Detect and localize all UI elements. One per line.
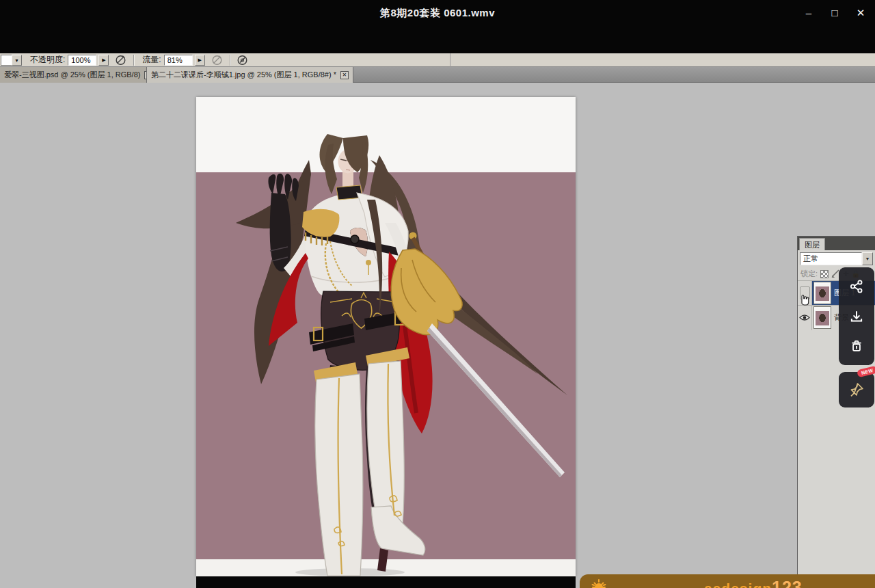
watermark-text: aadesign123 [704,578,803,588]
divider [450,53,450,67]
close-button[interactable]: ✕ [852,4,870,22]
window-controls: – □ ✕ [800,4,870,22]
watermark-suffix: 123 [772,578,803,588]
video-frame: 第8期20套装 0601.wmv – □ ✕ ▼ 不透明度: 100% ▶ 流量… [0,0,875,588]
divider [133,55,134,66]
pin-icon [848,382,865,398]
divider [230,55,230,66]
eye-icon [799,314,810,321]
minimize-button[interactable]: – [800,4,818,22]
panel-tabstrip: 图层 [798,237,875,250]
flow-spinner-icon[interactable]: ▶ [195,55,205,66]
trash-icon[interactable] [846,336,867,356]
airbrush-toggle-icon[interactable] [211,54,223,66]
close-icon[interactable]: ✕ [340,71,349,79]
tab-document-2[interactable]: 第二十二课课后-李顺铖1.jpg @ 25% (图层 1, RGB/8#) * … [147,67,353,83]
pin-button[interactable]: NEW [839,372,874,407]
tab-label: 第二十二课课后-李顺铖1.jpg @ 25% (图层 1, RGB/8#) * [151,70,336,80]
document-tabbar: 爱翠-三视图.psd @ 25% (图层 1, RGB/8) ✕ 第二十二课课后… [0,67,875,83]
lock-label: 锁定: [800,269,818,279]
chevron-down-icon[interactable]: ▼ [12,55,22,66]
flow-input[interactable]: 81% [164,55,193,66]
hand-cursor-icon [798,291,811,309]
player-side-menu [839,267,874,365]
opacity-spinner-icon[interactable]: ▶ [98,55,109,66]
flow-label: 流量: [142,54,161,66]
opacity-label: 不透明度: [30,54,65,66]
tab-label: 爱翠-三视图.psd @ 25% (图层 1, RGB/8) [4,70,140,80]
options-toolbar: ▼ 不透明度: 100% ▶ 流量: 81% ▶ [0,53,875,67]
watermark-main: aadesign [704,580,772,588]
tab-layers[interactable]: 图层 [799,238,825,250]
document-bottom-strip [196,576,576,588]
share-icon[interactable] [846,276,867,297]
sun-icon [589,576,608,588]
layer-thumbnail[interactable] [814,282,831,304]
artwork-character [196,97,576,576]
window-title: 第8期20套装 0601.wmv [0,7,875,20]
lock-transparency-icon[interactable] [820,270,829,278]
brush-preset-combo[interactable]: ▼ [1,55,22,66]
combo-field [1,55,12,66]
document-canvas[interactable] [196,97,576,576]
watermark: aadesign123 [580,574,875,588]
opacity-input[interactable]: 100% [68,55,96,66]
airbrush-mode-icon[interactable] [237,54,248,66]
chevron-down-icon[interactable]: ▼ [862,252,873,265]
title-bar: 第8期20套装 0601.wmv – □ ✕ [0,0,875,53]
airbrush-icon[interactable] [115,54,126,66]
tab-document-1[interactable]: 爱翠-三视图.psd @ 25% (图层 1, RGB/8) ✕ [0,67,147,83]
maximize-button[interactable]: □ [826,4,844,22]
blend-mode-select[interactable]: 正常 [800,252,862,265]
download-icon[interactable] [846,306,867,327]
layer-thumbnail[interactable] [814,307,831,328]
